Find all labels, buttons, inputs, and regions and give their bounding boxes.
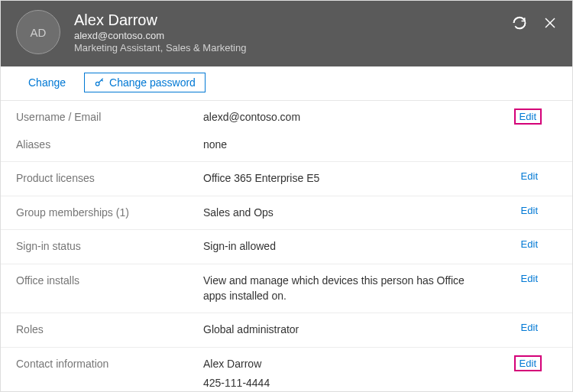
row-office: Office installs View and manage which de… [1, 264, 572, 313]
svg-point-2 [96, 82, 99, 86]
svg-line-4 [102, 80, 103, 82]
label-roles: Roles [16, 322, 203, 335]
label-username: Username / Email [16, 110, 203, 123]
value-username: alexd@contoso.com [203, 110, 549, 125]
edit-roles-button[interactable]: Edit [517, 321, 542, 334]
row-roles: Roles Global administrator Edit [1, 313, 572, 348]
refresh-icon[interactable] [511, 15, 528, 31]
user-role: Marketing Assistant, Sales & Marketing [74, 42, 246, 53]
value-signin: Sign-in allowed [203, 239, 549, 254]
value-aliases: none [203, 138, 549, 153]
row-contact: Contact information Alex Darrow 425-111-… [1, 348, 572, 392]
label-licenses: Product licenses [16, 171, 203, 184]
user-info: Alex Darrow alexd@contoso.com Marketing … [74, 11, 246, 53]
label-signin: Sign-in status [16, 239, 203, 252]
header-icons [511, 15, 558, 31]
user-name: Alex Darrow [74, 11, 246, 29]
avatar: AD [16, 10, 60, 54]
row-licenses: Product licenses Office 365 Enterprise E… [1, 162, 572, 196]
key-icon [94, 77, 105, 88]
value-licenses: Office 365 Enterprise E5 [203, 171, 549, 186]
contact-name: Alex Darrow [203, 357, 488, 372]
actions-row: Change Change password [1, 66, 572, 101]
change-password-label: Change password [109, 76, 196, 89]
edit-username-button[interactable]: Edit [514, 109, 542, 125]
avatar-initials: AD [31, 26, 47, 39]
row-aliases: Aliases none [1, 128, 572, 163]
change-photo-link[interactable]: Change [28, 76, 66, 89]
row-signin: Sign-in status Sign-in allowed Edit [1, 230, 572, 264]
edit-contact-button[interactable]: Edit [514, 355, 542, 371]
edit-signin-button[interactable]: Edit [517, 238, 542, 251]
edit-licenses-button[interactable]: Edit [517, 170, 542, 183]
value-groups: Sales and Ops [203, 206, 549, 221]
row-username: Username / Email alexd@contoso.com Edit [1, 101, 572, 128]
label-aliases: Aliases [16, 138, 203, 151]
edit-groups-button[interactable]: Edit [517, 204, 542, 217]
row-groups: Group memberships (1) Sales and Ops Edit [1, 196, 572, 231]
value-office: View and manage which devices this perso… [203, 274, 549, 303]
label-groups: Group memberships (1) [16, 206, 203, 219]
close-icon[interactable] [542, 15, 558, 31]
edit-office-button[interactable]: Edit [517, 272, 542, 285]
user-header: AD Alex Darrow alexd@contoso.com Marketi… [1, 1, 572, 66]
value-contact: Alex Darrow 425-111-4444 [203, 357, 549, 391]
contact-phone: 425-111-4444 [203, 376, 488, 391]
value-roles: Global administrator [203, 322, 549, 338]
change-password-button[interactable]: Change password [84, 73, 206, 92]
label-contact: Contact information [16, 357, 203, 370]
user-email: alexd@contoso.com [74, 30, 246, 41]
label-office: Office installs [16, 274, 203, 287]
